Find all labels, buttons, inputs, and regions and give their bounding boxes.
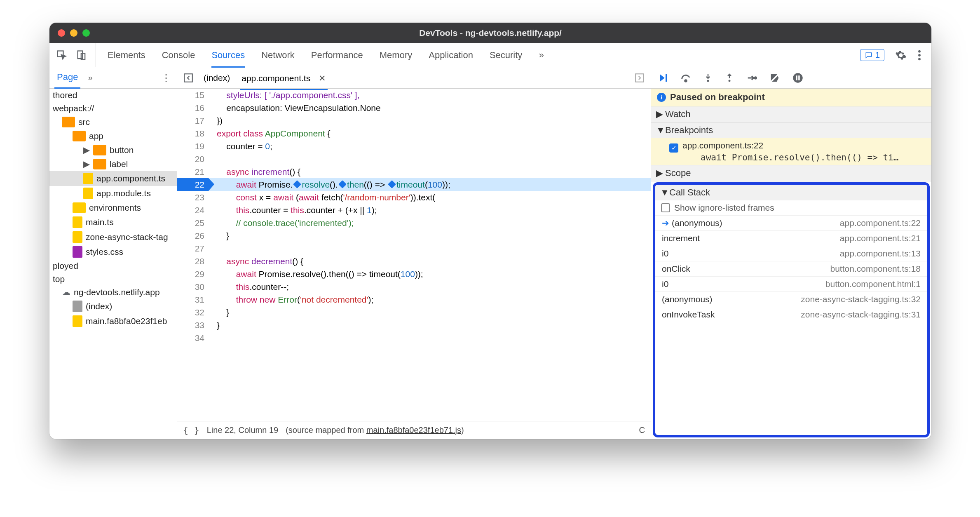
tree-node[interactable]: thored xyxy=(49,89,177,102)
tab-elements[interactable]: Elements xyxy=(108,50,145,61)
expand-icon[interactable]: ▶ xyxy=(83,159,89,169)
code-line[interactable] xyxy=(209,153,651,165)
tree-node[interactable]: ☁ng-devtools.netlify.app xyxy=(49,286,177,299)
tree-node[interactable]: ▶button xyxy=(49,143,177,157)
line-number[interactable]: 19 xyxy=(177,140,209,153)
code-line[interactable]: const x = await (await fetch('/random-nu… xyxy=(209,191,651,204)
tree-node[interactable]: main.ts xyxy=(49,215,177,230)
call-stack-frame[interactable]: (anonymous)zone-async-stack-tagging.ts:3… xyxy=(655,291,927,307)
navigator-menu-icon[interactable]: ⋮ xyxy=(161,72,171,84)
line-number[interactable]: 26 xyxy=(177,229,209,242)
line-number[interactable]: 21 xyxy=(177,165,209,178)
code-line[interactable] xyxy=(209,331,651,344)
tab-console[interactable]: Console xyxy=(162,50,195,61)
scope-section[interactable]: ▶Scope xyxy=(651,165,931,181)
tree-node[interactable]: (index) xyxy=(49,299,177,314)
code-line[interactable]: await Promise.resolve().then(() => timeo… xyxy=(209,268,651,280)
line-number[interactable]: 16 xyxy=(177,101,209,114)
step-over-icon[interactable] xyxy=(680,72,692,84)
checkbox-icon[interactable] xyxy=(661,203,670,212)
device-toolbar-icon[interactable] xyxy=(76,49,87,61)
line-number[interactable]: 23 xyxy=(177,191,209,204)
code-line[interactable]: throw new Error('not decremented'); xyxy=(209,293,651,306)
code-line[interactable]: counter = 0; xyxy=(209,140,651,153)
tabs-overflow[interactable]: » xyxy=(539,50,544,61)
editor-tab-index[interactable]: (index) xyxy=(202,70,232,85)
line-number[interactable]: 27 xyxy=(177,242,209,255)
code-line[interactable]: export class AppComponent { xyxy=(209,127,651,140)
tab-network[interactable]: Network xyxy=(261,50,295,61)
pause-on-exceptions-icon[interactable] xyxy=(792,72,804,84)
code-line[interactable]: encapsulation: ViewEncapsulation.None xyxy=(209,101,651,114)
step-into-icon[interactable] xyxy=(703,72,713,84)
tree-node[interactable]: styles.css xyxy=(49,244,177,259)
call-stack-frame[interactable]: incrementapp.component.ts:21 xyxy=(655,230,927,246)
collapse-icon[interactable]: ▼ xyxy=(660,187,666,198)
line-number[interactable]: 24 xyxy=(177,204,209,216)
code-line[interactable]: } xyxy=(209,306,651,319)
file-tree[interactable]: thored webpack:// src app ▶button ▶label… xyxy=(49,89,177,439)
tree-node[interactable]: ployed xyxy=(49,259,177,273)
minimize-window-button[interactable] xyxy=(70,29,77,37)
source-map-link[interactable]: main.fa8bfa0e23f1eb71.js xyxy=(366,425,461,435)
show-ignored-toggle[interactable]: Show ignore-listed frames xyxy=(655,200,927,215)
nav-forward-icon[interactable] xyxy=(634,73,645,83)
breakpoints-section[interactable]: ▼Breakpoints ✓app.component.ts:22 await … xyxy=(651,122,931,165)
navigator-tab-page[interactable]: Page xyxy=(54,67,80,89)
call-stack-frame[interactable]: i0app.component.ts:13 xyxy=(655,246,927,261)
tree-node[interactable]: app xyxy=(49,129,177,143)
zoom-window-button[interactable] xyxy=(82,29,90,37)
line-number[interactable]: 33 xyxy=(177,319,209,331)
watch-section[interactable]: ▶Watch xyxy=(651,106,931,122)
resume-icon[interactable] xyxy=(657,72,668,84)
settings-icon[interactable] xyxy=(895,49,907,61)
code-line[interactable]: } xyxy=(209,319,651,331)
tree-node[interactable]: environments xyxy=(49,201,177,215)
editor-tab-current[interactable]: app.component.ts✕ xyxy=(240,71,328,90)
expand-icon[interactable]: ▶ xyxy=(656,168,662,179)
more-menu-icon[interactable] xyxy=(917,49,921,61)
line-number[interactable]: 18 xyxy=(177,127,209,140)
code-line[interactable] xyxy=(209,242,651,255)
tab-sources[interactable]: Sources xyxy=(211,50,245,68)
tree-node[interactable]: src xyxy=(49,115,177,129)
navigator-overflow[interactable]: » xyxy=(88,73,92,82)
call-stack-frame[interactable]: onInvokeTaskzone-async-stack-tagging.ts:… xyxy=(655,307,927,322)
line-number[interactable]: 34 xyxy=(177,331,209,344)
code-line[interactable]: async decrement() { xyxy=(209,255,651,268)
close-window-button[interactable] xyxy=(58,29,65,37)
tab-performance[interactable]: Performance xyxy=(311,50,363,61)
tree-node[interactable]: app.module.ts xyxy=(49,186,177,201)
line-number[interactable]: 15 xyxy=(177,89,209,101)
step-icon[interactable] xyxy=(746,72,757,84)
call-stack-frame[interactable]: ➔(anonymous)app.component.ts:22 xyxy=(655,215,927,230)
line-number-current[interactable]: 22 xyxy=(177,178,209,191)
line-number[interactable]: 20 xyxy=(177,153,209,165)
code-line[interactable]: styleUrls: [ './app.component.css' ], xyxy=(209,89,651,101)
code-line[interactable]: this.counter--; xyxy=(209,280,651,293)
code-editor[interactable]: 15 styleUrls: [ './app.component.css' ],… xyxy=(177,89,651,421)
code-line[interactable]: this.counter = this.counter + (+x || 1); xyxy=(209,204,651,216)
expand-icon[interactable]: ▶ xyxy=(83,145,89,155)
tab-memory[interactable]: Memory xyxy=(380,50,412,61)
code-line[interactable]: } xyxy=(209,229,651,242)
line-number[interactable]: 29 xyxy=(177,268,209,280)
messages-badge[interactable]: 1 xyxy=(860,49,884,61)
close-tab-icon[interactable]: ✕ xyxy=(319,73,326,83)
code-line[interactable]: // console.trace('incremented'); xyxy=(209,216,651,229)
tree-node[interactable]: webpack:// xyxy=(49,102,177,115)
deactivate-breakpoints-icon[interactable] xyxy=(769,72,781,84)
collapse-icon[interactable]: ▼ xyxy=(656,125,662,136)
line-number[interactable]: 31 xyxy=(177,293,209,306)
tree-node[interactable]: ▶label xyxy=(49,157,177,171)
line-number[interactable]: 25 xyxy=(177,216,209,229)
code-line-current[interactable]: await Promise.resolve().then(() => timeo… xyxy=(209,178,651,191)
line-number[interactable]: 28 xyxy=(177,255,209,268)
code-line[interactable]: async increment() { xyxy=(209,165,651,178)
tab-security[interactable]: Security xyxy=(490,50,522,61)
step-out-icon[interactable] xyxy=(724,72,734,84)
tree-node[interactable]: zone-async-stack-tag xyxy=(49,230,177,244)
inspect-element-icon[interactable] xyxy=(56,49,68,61)
call-stack-frame[interactable]: onClickbutton.component.ts:18 xyxy=(655,261,927,276)
tree-node-selected[interactable]: app.component.ts xyxy=(49,171,177,186)
